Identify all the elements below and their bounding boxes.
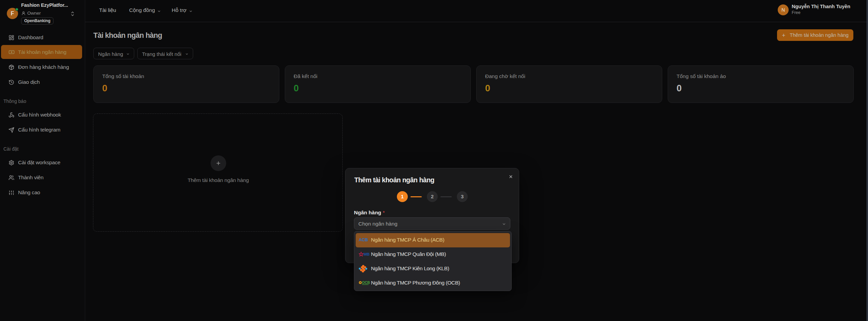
svg-text:OCB: OCB xyxy=(362,280,370,285)
svg-text:MB: MB xyxy=(363,252,370,256)
